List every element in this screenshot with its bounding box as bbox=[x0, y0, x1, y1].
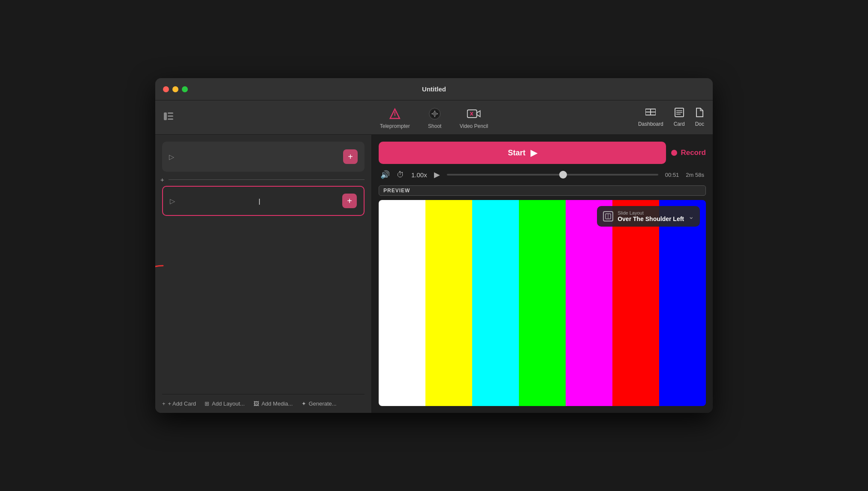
doc-label: Doc bbox=[695, 121, 704, 127]
add-layout-icon: ⊞ bbox=[205, 400, 209, 407]
text-cursor: | bbox=[259, 197, 260, 205]
teleprompter-nav-item[interactable]: Teleprompter bbox=[380, 106, 410, 129]
left-panel-bottom-toolbar: + + Add Card ⊞ Add Layout... 🖼 Add Media… bbox=[162, 394, 365, 413]
generate-button[interactable]: ✦ Generate... bbox=[301, 400, 337, 407]
dashboard-nav-item[interactable]: Dashboard bbox=[638, 108, 663, 127]
close-button[interactable] bbox=[163, 86, 169, 92]
preview-label: PREVIEW bbox=[379, 185, 706, 196]
speed-label[interactable]: 1.00x bbox=[411, 171, 427, 179]
card-item-1[interactable]: ▷ + bbox=[162, 142, 365, 172]
color-bar-yellow bbox=[425, 200, 472, 406]
svg-rect-2 bbox=[168, 115, 173, 117]
color-bar-blue bbox=[659, 200, 706, 406]
dashboard-icon bbox=[645, 108, 656, 119]
chevron-down-icon: ⌄ bbox=[688, 212, 694, 221]
svg-marker-14 bbox=[477, 111, 480, 117]
add-media-label: Add Media... bbox=[262, 400, 293, 407]
slide-layout-name-label: Over The Shoulder Left bbox=[618, 215, 684, 222]
maximize-button[interactable] bbox=[182, 86, 188, 92]
window-title: Untitled bbox=[422, 85, 446, 93]
svg-point-11 bbox=[434, 115, 435, 117]
start-label: Start bbox=[508, 149, 525, 158]
sidebar-toggle-button[interactable] bbox=[164, 112, 173, 122]
generate-label: Generate... bbox=[309, 400, 337, 407]
volume-icon[interactable]: 🔊 bbox=[380, 170, 390, 179]
progress-bar[interactable] bbox=[447, 174, 658, 176]
shoot-label: Shoot bbox=[428, 123, 441, 129]
titlebar: Untitled bbox=[155, 78, 713, 100]
slide-layout-badge[interactable]: Slide Layout Over The Shoulder Left ⌄ bbox=[597, 206, 700, 227]
add-card-button[interactable]: + + Add Card bbox=[162, 400, 196, 407]
arrow-annotation bbox=[155, 261, 167, 287]
svg-rect-0 bbox=[164, 112, 167, 120]
card-icon bbox=[675, 108, 684, 119]
video-pencil-nav-item[interactable]: Video Pencil bbox=[460, 106, 488, 129]
record-label: Record bbox=[681, 149, 706, 157]
add-card-icon: + bbox=[162, 400, 166, 407]
minimize-button[interactable] bbox=[172, 86, 178, 92]
svg-rect-1 bbox=[168, 112, 173, 114]
add-media-icon: 🖼 bbox=[253, 400, 259, 407]
svg-rect-3 bbox=[168, 118, 173, 120]
color-bar-cyan bbox=[472, 200, 519, 406]
card-nav-item[interactable]: Card bbox=[674, 108, 685, 127]
record-button[interactable]: Record bbox=[671, 149, 706, 157]
color-bar-white bbox=[379, 200, 425, 406]
shoot-nav-item[interactable]: Shoot bbox=[427, 106, 443, 129]
slide-layout-text: Slide Layout Over The Shoulder Left bbox=[618, 210, 684, 222]
time-total: 2m 58s bbox=[686, 172, 704, 178]
record-dot-icon bbox=[671, 150, 677, 156]
add-icon: + bbox=[160, 176, 164, 183]
play-icon-2: ▷ bbox=[170, 197, 175, 205]
slide-layout-title-label: Slide Layout bbox=[618, 210, 684, 215]
start-button[interactable]: Start ▶ bbox=[379, 142, 666, 164]
add-layout-button[interactable]: ⊞ Add Layout... bbox=[205, 400, 245, 407]
left-panel: ▷ + + ▷ | + + + Add Card ⊞ bbox=[155, 135, 372, 413]
shoot-icon bbox=[427, 106, 443, 121]
right-panel: Start ▶ Record 🔊 ⏱ 1.00x ▶ 00:51 2m 58s bbox=[372, 135, 713, 413]
doc-icon bbox=[696, 108, 703, 119]
color-bars bbox=[379, 200, 706, 406]
add-media-button[interactable]: 🖼 Add Media... bbox=[253, 400, 293, 407]
svg-point-9 bbox=[434, 110, 435, 112]
card-add-button-1[interactable]: + bbox=[343, 149, 358, 164]
teleprompter-icon bbox=[387, 106, 403, 121]
progress-thumb bbox=[559, 171, 567, 179]
start-record-row: Start ▶ Record bbox=[379, 142, 706, 164]
main-content: ▷ + + ▷ | + + + Add Card ⊞ bbox=[155, 135, 713, 413]
timer-icon[interactable]: ⏱ bbox=[397, 170, 404, 179]
teleprompter-label: Teleprompter bbox=[380, 123, 410, 129]
time-current: 00:51 bbox=[665, 172, 679, 178]
add-layout-label: Add Layout... bbox=[212, 400, 245, 407]
toolbar-right-nav: Dashboard Card bbox=[638, 108, 704, 127]
preview-area: Slide Layout Over The Shoulder Left ⌄ bbox=[379, 200, 706, 406]
card-item-2[interactable]: ▷ | + bbox=[162, 186, 365, 216]
generate-icon: ✦ bbox=[301, 400, 306, 407]
color-bar-red bbox=[612, 200, 659, 406]
color-bar-green bbox=[519, 200, 566, 406]
playback-controls-row: 🔊 ⏱ 1.00x ▶ 00:51 2m 58s bbox=[379, 170, 706, 179]
svg-point-10 bbox=[437, 113, 438, 114]
doc-nav-item[interactable]: Doc bbox=[695, 108, 704, 127]
add-card-label: + Add Card bbox=[168, 400, 196, 407]
play-icon[interactable]: ▶ bbox=[434, 170, 440, 179]
color-bar-magenta bbox=[566, 200, 612, 406]
video-pencil-label: Video Pencil bbox=[460, 123, 488, 129]
add-divider: + bbox=[160, 176, 365, 183]
svg-point-8 bbox=[433, 112, 437, 116]
card-add-button-2[interactable]: + bbox=[342, 194, 357, 208]
dashboard-label: Dashboard bbox=[638, 121, 663, 127]
toolbar: Teleprompter Shoot bbox=[155, 100, 713, 135]
play-icon-1: ▷ bbox=[169, 153, 174, 161]
video-pencil-icon bbox=[466, 106, 482, 121]
app-window: Untitled Teleprompter bbox=[155, 78, 713, 413]
slide-layout-icon bbox=[603, 211, 613, 221]
traffic-lights bbox=[163, 86, 188, 92]
start-play-icon: ▶ bbox=[530, 148, 537, 158]
svg-point-12 bbox=[431, 113, 433, 114]
card-label: Card bbox=[674, 121, 685, 127]
toolbar-center-nav: Teleprompter Shoot bbox=[380, 106, 488, 129]
